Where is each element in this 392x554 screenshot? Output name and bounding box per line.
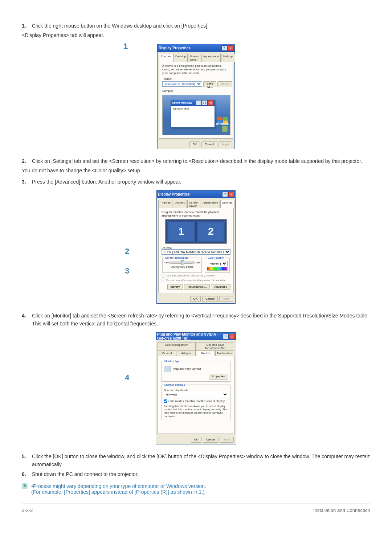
extend-desktop-checkbox[interactable]: Extend my Windows desktop onto this moni… <box>162 279 230 282</box>
footer-left: 2-3-2 <box>22 508 33 513</box>
recycle-bin-icon <box>221 126 228 132</box>
step-2-note: You do not have to change the <Color qua… <box>22 167 370 175</box>
cancel-button[interactable]: Cancel <box>203 437 219 443</box>
color-bar-icon <box>207 267 228 271</box>
figure-2: 2 3 Display Properties ? × Themes Deskto… <box>22 190 370 304</box>
step-5-text: Click the [OK] button to close the windo… <box>32 454 369 467</box>
monitor-type-legend: Monitor type <box>164 360 181 363</box>
monitor-settings-legend: Monitor settings <box>164 383 185 386</box>
resolution-value: 800 by 600 pixels <box>164 265 200 268</box>
callout-4: 4 <box>125 373 129 382</box>
color-quality-group: Color quality Highest (32 bit) <box>205 256 230 273</box>
sample-window: Active Window _ ▢ × Window Text <box>171 100 215 128</box>
step-2: Click on [Settings] tab and set the <Scr… <box>22 157 370 165</box>
tab-screen-saver[interactable]: Screen Saver <box>188 54 201 62</box>
resolution-slider[interactable] <box>171 261 193 264</box>
minimize-icon: _ <box>196 100 201 106</box>
titlebar: Plug and Play Monitor and NVIDIA GeForce… <box>156 333 236 340</box>
monitor-settings-group: Monitor settings Screen refresh rate: 60… <box>162 383 230 420</box>
monitor-icon <box>164 366 171 372</box>
tab-desktop[interactable]: Desktop <box>173 54 188 62</box>
tab-color-management[interactable]: Color Management <box>158 342 196 350</box>
save-as-button[interactable]: Save As... <box>203 81 216 87</box>
ok-button[interactable]: OK <box>190 296 201 302</box>
step-1-note: <Display Properties> tab will appear. <box>22 31 370 39</box>
more-label: More <box>193 261 200 264</box>
refresh-rate-select[interactable]: 60 Hertz <box>164 392 228 397</box>
display-select[interactable]: 1. Plug and Play Monitor on NVIDIA GeFor… <box>162 249 230 255</box>
troubleshoot-button[interactable]: Troubleshoot... <box>184 284 210 290</box>
instruction-list-cont2: Press the [Advanced] button. Another pro… <box>22 178 370 186</box>
tab-monitor[interactable]: Monitor <box>196 350 215 356</box>
tab-troubleshoot[interactable]: Troubleshoot <box>215 350 234 356</box>
step-3-text: Press the [Advanced] button. Another pro… <box>32 179 181 185</box>
monitor-arrangement[interactable]: 1 2 <box>165 219 227 244</box>
step-4-text: Click on [Monitor] tab and set the <Scre… <box>32 313 369 319</box>
cancel-button[interactable]: Cancel <box>202 296 218 302</box>
delete-button[interactable]: Delete <box>217 81 232 87</box>
page-footer: 2-3-2 Installation and Connection <box>22 504 370 513</box>
tab-appearance[interactable]: Appearance <box>201 54 221 62</box>
tab-geforce[interactable]: GeForce 6200 TurboCache(TM) <box>196 342 234 350</box>
properties-button[interactable]: Properties <box>209 374 228 379</box>
help-icon[interactable]: ? <box>222 192 228 197</box>
monitor-1[interactable]: 1 <box>167 221 195 242</box>
screen-resolution-legend: Screen resolution <box>164 256 188 259</box>
tab-screen-saver[interactable]: Screen Saver <box>187 200 200 208</box>
sample-window-title: Active Window <box>172 101 192 104</box>
monitor-2[interactable]: 2 <box>197 221 225 242</box>
hide-modes-description: Clearing this check box allows you to se… <box>164 405 228 418</box>
figure-3: 4 Plug and Play Monitor and NVIDIA GeFor… <box>22 332 370 444</box>
step-4-note: This will set both the vertical and hori… <box>32 321 158 327</box>
footer-right: Installation and Connection <box>313 508 370 513</box>
color-quality-select[interactable]: Highest (32 bit) <box>207 261 228 266</box>
ok-button[interactable]: OK <box>191 437 202 443</box>
help-icon[interactable]: ? <box>223 334 229 339</box>
cancel-button[interactable]: Cancel <box>201 141 217 147</box>
instruction-list-cont3: Click on [Monitor] tab and set the <Scre… <box>22 312 370 328</box>
note-line-2: (For example, [Properties] appears inste… <box>31 489 206 495</box>
close-icon[interactable]: × <box>228 192 234 197</box>
advanced-button[interactable]: Advanced <box>211 284 230 290</box>
sample-label: Sample: <box>162 89 230 93</box>
tab-settings[interactable]: Settings <box>221 54 235 62</box>
titlebar: Display Properties ? × <box>158 44 234 52</box>
apply-button[interactable]: Apply <box>219 296 233 302</box>
tab-desktop[interactable]: Desktop <box>173 200 187 208</box>
apply-button[interactable]: Apply <box>220 437 234 443</box>
close-icon[interactable]: × <box>229 334 235 339</box>
tab-appearance[interactable]: Appearance <box>201 200 220 208</box>
tab-themes[interactable]: Themes <box>159 54 173 62</box>
callout-3: 3 <box>125 266 129 276</box>
display-properties-dialog-settings: Display Properties ? × Themes Desktop Sc… <box>156 190 236 304</box>
tab-adapter[interactable]: Adapter <box>177 350 196 356</box>
instruction-list: Click the right mouse button on the Wind… <box>22 22 370 30</box>
theme-select[interactable]: Windows XP (Modified) <box>162 81 202 87</box>
apply-button[interactable]: Apply <box>219 141 232 147</box>
step-1: Click the right mouse button on the Wind… <box>22 22 370 30</box>
figure-1: 1 Display Properties ? × Themes Desktop … <box>22 44 370 149</box>
note-line-1: •Process might vary depending on your ty… <box>31 483 206 489</box>
screen-resolution-group: Screen resolution Less More 800 by 600 p… <box>162 256 202 273</box>
instruction-list-cont4: Click the [OK] button to close the windo… <box>22 452 370 478</box>
close-icon: × <box>208 100 214 106</box>
close-icon[interactable]: × <box>228 45 233 51</box>
tab-settings[interactable]: Settings <box>220 200 234 208</box>
dialog-title: Display Properties <box>158 192 190 196</box>
sample-preview: Active Window _ ▢ × Window Text Windows <box>162 95 230 135</box>
tab-themes[interactable]: Themes <box>158 200 172 208</box>
step-5: Click the [OK] button to close the windo… <box>22 452 370 469</box>
step-2-text: Click on [Settings] tab and set the <Scr… <box>32 158 362 164</box>
ok-button[interactable]: OK <box>189 141 200 147</box>
step-1-text: Click the right mouse button on the Wind… <box>32 23 209 29</box>
primary-monitor-checkbox[interactable]: Use this device as the primary monitor. <box>162 274 230 278</box>
tabs: Themes Desktop Screen Saver Appearance S… <box>159 53 233 62</box>
help-icon[interactable]: ? <box>221 45 227 51</box>
maximize-icon: ▢ <box>202 100 208 106</box>
theme-label: Theme: <box>162 77 230 81</box>
hide-modes-checkbox[interactable]: Hide modes that this monitor cannot disp… <box>164 399 228 403</box>
identify-button[interactable]: Identify <box>167 284 183 290</box>
tabs: Color Management GeForce 6200 TurboCache… <box>158 342 234 356</box>
tab-general[interactable]: General <box>158 350 176 356</box>
titlebar: Display Properties ? × <box>157 190 235 198</box>
